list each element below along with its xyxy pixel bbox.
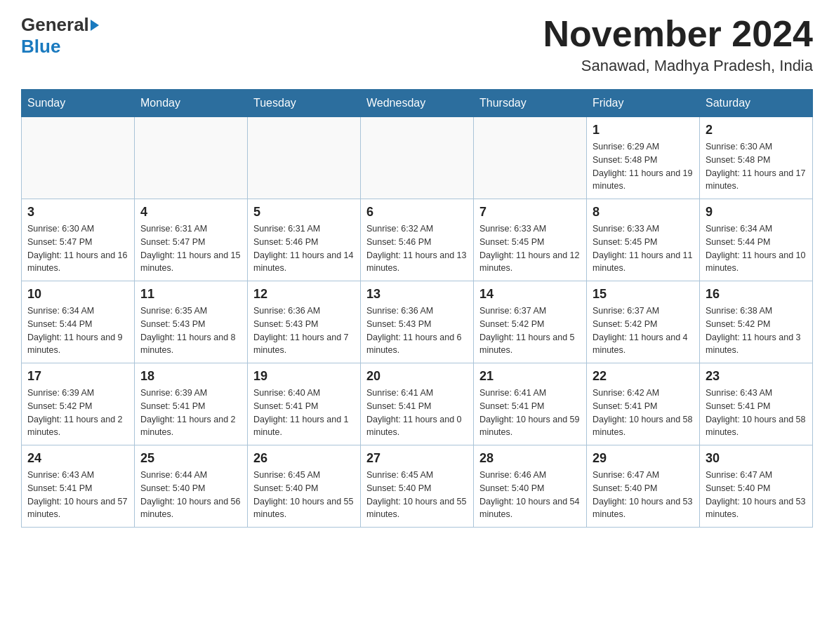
day-info-line: Sunrise: 6:33 AM <box>479 224 546 234</box>
day-number: 5 <box>253 205 355 220</box>
day-info-line: Sunset: 5:42 PM <box>706 319 770 329</box>
day-info-line: Sunrise: 6:38 AM <box>706 306 772 316</box>
day-info: Sunrise: 6:29 AMSunset: 5:48 PMDaylight:… <box>593 140 694 193</box>
day-info: Sunrise: 6:38 AMSunset: 5:42 PMDaylight:… <box>706 304 807 357</box>
day-info-line: Daylight: 11 hours and 1 minute. <box>253 415 349 438</box>
calendar-cell: 12Sunrise: 6:36 AMSunset: 5:43 PMDayligh… <box>248 281 361 363</box>
calendar-cell: 1Sunrise: 6:29 AMSunset: 5:48 PMDaylight… <box>587 117 700 199</box>
weekday-header-friday: Friday <box>587 90 700 117</box>
day-info-line: Sunrise: 6:36 AM <box>366 306 433 316</box>
calendar-cell: 19Sunrise: 6:40 AMSunset: 5:41 PMDayligh… <box>248 363 361 445</box>
day-info: Sunrise: 6:33 AMSunset: 5:45 PMDaylight:… <box>593 222 694 275</box>
day-info-line: Sunset: 5:40 PM <box>479 483 544 493</box>
day-info-line: Sunset: 5:41 PM <box>706 401 770 411</box>
day-info-line: Daylight: 10 hours and 58 minutes. <box>706 415 805 438</box>
day-info: Sunrise: 6:36 AMSunset: 5:43 PMDaylight:… <box>366 304 468 357</box>
day-info: Sunrise: 6:39 AMSunset: 5:42 PMDaylight:… <box>27 387 128 439</box>
day-info-line: Sunrise: 6:47 AM <box>593 470 659 480</box>
calendar-cell: 18Sunrise: 6:39 AMSunset: 5:41 PMDayligh… <box>135 363 248 445</box>
day-info-line: Sunset: 5:42 PM <box>593 319 657 329</box>
day-info: Sunrise: 6:39 AMSunset: 5:41 PMDaylight:… <box>140 387 241 439</box>
day-info-line: Daylight: 11 hours and 2 minutes. <box>140 415 236 438</box>
day-number: 1 <box>593 123 694 137</box>
day-info-line: Sunrise: 6:35 AM <box>140 306 207 316</box>
day-info-line: Sunrise: 6:37 AM <box>479 306 546 316</box>
calendar-cell <box>474 117 587 199</box>
day-number: 29 <box>593 451 694 466</box>
day-info-line: Daylight: 11 hours and 7 minutes. <box>253 333 349 356</box>
day-info-line: Sunset: 5:48 PM <box>593 155 657 165</box>
day-info-line: Sunrise: 6:32 AM <box>366 224 433 234</box>
day-info-line: Sunset: 5:45 PM <box>593 237 657 247</box>
day-number: 28 <box>479 451 581 466</box>
day-info-line: Sunset: 5:42 PM <box>479 319 544 329</box>
day-info-line: Daylight: 11 hours and 12 minutes. <box>479 250 579 274</box>
day-info-line: Daylight: 10 hours and 56 minutes. <box>140 497 240 520</box>
day-number: 13 <box>366 287 468 302</box>
day-info: Sunrise: 6:34 AMSunset: 5:44 PMDaylight:… <box>27 304 128 357</box>
day-number: 3 <box>27 205 128 220</box>
day-info-line: Sunset: 5:43 PM <box>366 319 431 329</box>
day-info-line: Sunset: 5:40 PM <box>593 483 657 493</box>
day-number: 27 <box>366 451 468 466</box>
day-info-line: Sunset: 5:40 PM <box>366 483 431 493</box>
calendar-cell: 29Sunrise: 6:47 AMSunset: 5:40 PMDayligh… <box>587 445 700 528</box>
day-number: 12 <box>253 287 355 302</box>
day-info-line: Sunrise: 6:47 AM <box>706 470 772 480</box>
day-info: Sunrise: 6:43 AMSunset: 5:41 PMDaylight:… <box>27 469 128 521</box>
calendar-cell: 6Sunrise: 6:32 AMSunset: 5:46 PMDaylight… <box>361 199 474 281</box>
day-info-line: Daylight: 10 hours and 55 minutes. <box>366 497 466 520</box>
day-info: Sunrise: 6:41 AMSunset: 5:41 PMDaylight:… <box>366 387 468 439</box>
day-number: 21 <box>479 369 581 384</box>
day-info-line: Sunrise: 6:41 AM <box>366 388 433 398</box>
day-info: Sunrise: 6:36 AMSunset: 5:43 PMDaylight:… <box>253 304 355 357</box>
day-info: Sunrise: 6:31 AMSunset: 5:47 PMDaylight:… <box>140 222 241 275</box>
calendar-cell: 7Sunrise: 6:33 AMSunset: 5:45 PMDaylight… <box>474 199 587 281</box>
day-info-line: Sunset: 5:44 PM <box>27 319 92 329</box>
day-number: 23 <box>706 369 807 384</box>
day-number: 11 <box>140 287 241 302</box>
calendar-week-row: 17Sunrise: 6:39 AMSunset: 5:42 PMDayligh… <box>22 363 813 445</box>
day-info: Sunrise: 6:46 AMSunset: 5:40 PMDaylight:… <box>479 469 581 521</box>
calendar-cell: 14Sunrise: 6:37 AMSunset: 5:42 PMDayligh… <box>474 281 587 363</box>
day-info-line: Sunset: 5:42 PM <box>27 401 92 411</box>
day-info-line: Sunrise: 6:41 AM <box>479 388 546 398</box>
logo-blue-text: Blue <box>21 36 60 58</box>
day-info: Sunrise: 6:45 AMSunset: 5:40 PMDaylight:… <box>366 469 468 521</box>
day-info-line: Sunrise: 6:44 AM <box>140 470 207 480</box>
calendar-cell: 30Sunrise: 6:47 AMSunset: 5:40 PMDayligh… <box>700 445 813 528</box>
calendar-table: SundayMondayTuesdayWednesdayThursdayFrid… <box>21 89 813 528</box>
month-title: November 2024 <box>543 14 813 54</box>
weekday-header-sunday: Sunday <box>22 90 135 117</box>
calendar-week-row: 1Sunrise: 6:29 AMSunset: 5:48 PMDaylight… <box>22 117 813 199</box>
day-info: Sunrise: 6:35 AMSunset: 5:43 PMDaylight:… <box>140 304 241 357</box>
day-info-line: Sunset: 5:48 PM <box>706 155 770 165</box>
calendar-cell: 17Sunrise: 6:39 AMSunset: 5:42 PMDayligh… <box>22 363 135 445</box>
day-info: Sunrise: 6:31 AMSunset: 5:46 PMDaylight:… <box>253 222 355 275</box>
day-number: 25 <box>140 451 241 466</box>
calendar-cell <box>22 117 135 199</box>
calendar-cell: 11Sunrise: 6:35 AMSunset: 5:43 PMDayligh… <box>135 281 248 363</box>
day-info: Sunrise: 6:44 AMSunset: 5:40 PMDaylight:… <box>140 469 241 521</box>
calendar-cell: 25Sunrise: 6:44 AMSunset: 5:40 PMDayligh… <box>135 445 248 528</box>
calendar-week-row: 24Sunrise: 6:43 AMSunset: 5:41 PMDayligh… <box>22 445 813 528</box>
day-info: Sunrise: 6:47 AMSunset: 5:40 PMDaylight:… <box>593 469 694 521</box>
day-number: 10 <box>27 287 128 302</box>
day-info: Sunrise: 6:41 AMSunset: 5:41 PMDaylight:… <box>479 387 581 439</box>
calendar-cell: 5Sunrise: 6:31 AMSunset: 5:46 PMDaylight… <box>248 199 361 281</box>
day-info-line: Daylight: 11 hours and 6 minutes. <box>366 333 462 356</box>
day-number: 26 <box>253 451 355 466</box>
calendar-cell: 15Sunrise: 6:37 AMSunset: 5:42 PMDayligh… <box>587 281 700 363</box>
day-info: Sunrise: 6:45 AMSunset: 5:40 PMDaylight:… <box>253 469 355 521</box>
day-info-line: Sunrise: 6:45 AM <box>366 470 433 480</box>
calendar-cell: 3Sunrise: 6:30 AMSunset: 5:47 PMDaylight… <box>22 199 135 281</box>
logo: General Blue <box>21 14 99 58</box>
day-info-line: Sunset: 5:47 PM <box>140 237 205 247</box>
calendar-cell: 4Sunrise: 6:31 AMSunset: 5:47 PMDaylight… <box>135 199 248 281</box>
day-number: 20 <box>366 369 468 384</box>
day-info-line: Sunset: 5:41 PM <box>593 401 657 411</box>
calendar-cell: 26Sunrise: 6:45 AMSunset: 5:40 PMDayligh… <box>248 445 361 528</box>
day-number: 17 <box>27 369 128 384</box>
day-info-line: Daylight: 11 hours and 5 minutes. <box>479 333 575 356</box>
day-info-line: Sunrise: 6:40 AM <box>253 388 320 398</box>
